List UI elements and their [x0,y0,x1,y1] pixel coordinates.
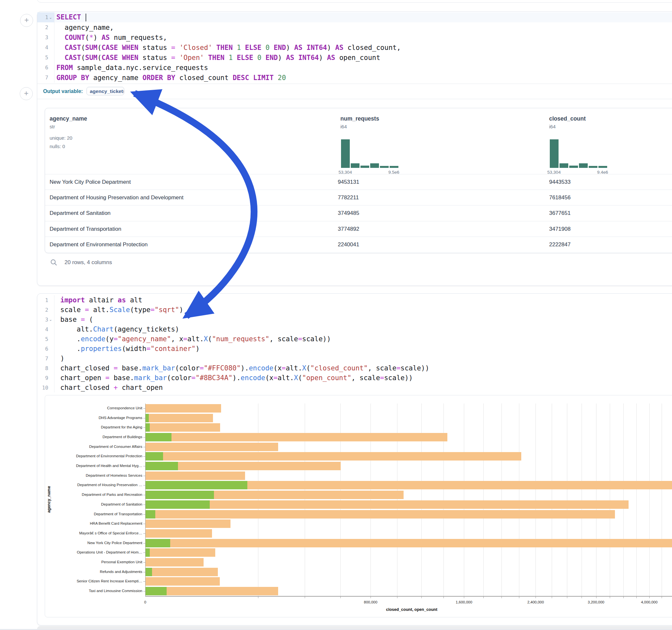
add-cell-button-middle[interactable]: + [20,87,33,100]
x-axis-tick [610,596,610,598]
x-axis-tick [305,596,305,598]
table-row: New York City Police Department945313194… [45,174,672,190]
column-stat: nulls: 0 [50,144,65,149]
code-line: 5⌄ .encode(y="agency_name", x=alt.X("num… [37,334,672,344]
column-header[interactable]: agency_name [50,115,87,122]
code-line: 2⌄ agency_name, [37,22,672,32]
y-axis-label: Operations Unit - Department of Hom… [45,550,142,554]
fold-chevron-icon[interactable]: ⌄ [49,15,52,20]
closed_count-bar [146,519,231,528]
column-histogram [341,139,399,168]
code-line: 4⌄ alt.Chart(agency_tickets) [37,324,672,334]
table-cell: New York City Police Department [50,174,130,190]
y-axis-label: Department of Health and Mental Hyg… [45,464,142,468]
closed_count-bar [146,414,213,422]
closed_count-bar [146,404,221,413]
result-table: agency_namestrunique: 20nulls: 0num_requ… [45,108,672,253]
open_count-bar [146,539,170,547]
table-cell: 7782211 [338,190,359,205]
closed_count-bar [146,423,220,432]
open_count-bar [146,587,167,595]
table-cell: 3774892 [338,221,359,237]
x-axis-tick [567,596,567,598]
y-axis-label: Department for the Aging [45,425,142,429]
histogram-bar [559,163,568,168]
code-line: 6⌄FROM sample_data.nyc.service_requests [37,63,672,73]
code-line: 1⌄SELECT [37,12,672,22]
histogram-bar [569,166,578,168]
y-axis-label: Mayorâ€ s Office of Special Enforce… [45,531,142,535]
fold-chevron-icon[interactable]: ⌄ [49,317,52,322]
column-header[interactable]: num_requests [340,115,379,122]
x-axis-tick [623,596,624,598]
gridline [623,404,624,596]
search-icon[interactable] [50,259,57,266]
sql-cell: 1⌄SELECT 2⌄ agency_name,3⌄ COUNT(*) AS n… [37,11,672,286]
x-axis-tick [649,596,650,598]
open_count-bar [146,452,163,461]
open_count-bar [146,548,150,557]
open_count-bar [146,423,150,432]
x-axis-line [145,596,672,597]
closed_count-bar [146,539,672,547]
histogram-bar [390,166,399,168]
open_count-bar [146,481,248,489]
histogram-bar [579,163,588,168]
x-axis-tick [340,596,341,598]
gridline [464,404,464,596]
open_count-bar [146,433,171,441]
table-cell: 2240041 [338,237,359,252]
gridline [443,404,444,596]
chart-output: Correspondence UnitDHS Advantage Program… [45,395,672,617]
table-cell: 3749485 [338,205,359,221]
open_count-bar [146,500,210,509]
x-axis-tick-label: 1,600,000 [445,600,483,604]
divider [37,99,672,99]
previous-cell-edge [37,0,672,3]
gridline [567,404,567,596]
table-cell: Department of Environmental Protection [50,237,147,252]
y-axis-label: HRA Benefit Card Replacement [45,522,142,525]
python-editor[interactable]: 1⌄import altair as alt2⌄scale = alt.Scal… [37,295,672,392]
x-axis-tick [552,596,552,598]
x-axis-tick [464,596,464,598]
python-cell: 1⌄import altair as alt2⌄scale = alt.Scal… [37,293,672,626]
open_count-bar [146,568,152,576]
y-axis-title: agency_name [47,467,51,532]
add-cell-button-top[interactable]: + [20,14,33,27]
column-type: str [50,124,55,129]
y-axis-label: DHS Advantage Programs [45,416,142,420]
y-axis-label: Refunds and Adjustments [45,570,142,574]
code-line: 7⌄GROUP BY agency_name ORDER BY closed_c… [37,73,672,83]
output-variable-pill[interactable]: agency_tickets [87,87,124,95]
gridline [502,404,502,596]
column-type: i64 [340,124,347,129]
closed_count-bar [146,471,245,480]
column-header[interactable]: closed_count [549,115,586,122]
code-line: 6⌄ .properties(width="container") [37,344,672,354]
code-line: 9⌄chart_open = base.mark_bar(color="#8BC… [37,373,672,383]
chart-plot-area [145,404,672,596]
x-axis-tick [370,596,371,598]
open_count-bar [146,462,178,470]
open_count-bar [146,510,155,518]
code-line: 10⌄chart_closed + chart_open [37,383,672,392]
x-axis-tick [483,596,484,598]
code-line: 3⌄base = ( [37,315,672,324]
table-row: Department of Sanitation37494853677651 [45,205,672,221]
table-cell: Department of Housing Preservation and D… [50,190,184,205]
histogram-bar [380,166,389,168]
histogram-bar [370,163,379,168]
table-footer: 20 rows, 4 columns [50,259,112,266]
output-variable-label: Output variable: [43,84,83,99]
closed_count-bar [146,558,203,566]
table-cell: 9453131 [338,174,359,190]
table-row: Department of Transportation377489234719… [45,221,672,237]
gridline [422,404,422,596]
code-line: 4⌄ CAST(SUM(CASE WHEN status = 'Closed' … [37,43,672,52]
gridline [649,404,650,596]
open_count-bar [146,414,149,422]
sql-editor[interactable]: 1⌄SELECT 2⌄ agency_name,3⌄ COUNT(*) AS n… [37,12,672,83]
x-axis-tick [581,596,582,598]
histogram-bar [351,163,360,168]
